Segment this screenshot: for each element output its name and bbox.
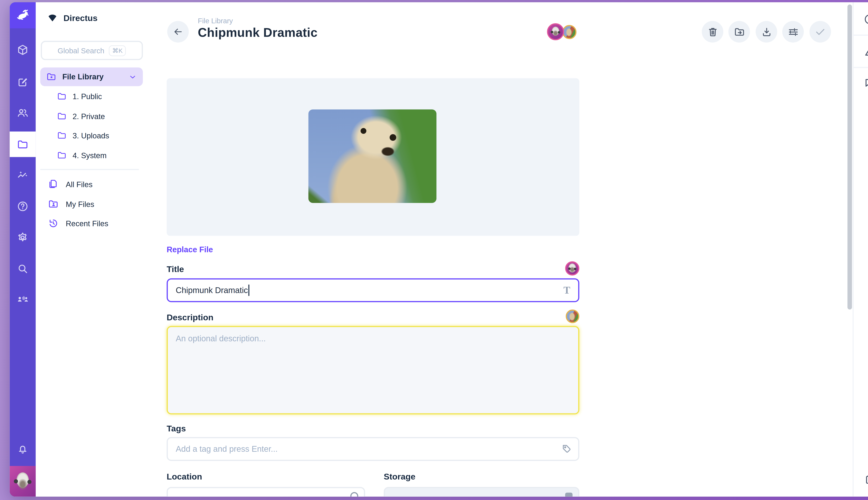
arrow-left-icon	[172, 26, 184, 37]
module-people-voice[interactable]	[10, 287, 36, 312]
text-caret	[249, 285, 249, 296]
project-name: Directus	[64, 13, 98, 23]
search-icon	[16, 262, 29, 275]
module-insights[interactable]	[10, 163, 36, 188]
module-file-library[interactable]	[10, 132, 36, 157]
description-field-label: Description	[167, 312, 213, 322]
edit-icon	[16, 76, 29, 89]
storage-field-label: Storage	[384, 472, 415, 481]
box-icon	[16, 44, 29, 56]
folder-star-icon	[46, 71, 57, 82]
module-bar	[10, 2, 36, 497]
navigation-panel: Directus Global Search ⌘K File Library 1…	[36, 2, 148, 497]
desktop-background: Directus Global Search ⌘K File Library 1…	[0, 0, 868, 500]
file-preview-panel[interactable]	[167, 78, 579, 236]
info-icon[interactable]	[863, 13, 868, 25]
presence-avatar-man[interactable]	[547, 23, 564, 40]
download-icon	[761, 26, 772, 38]
nav-link-label: Recent Files	[66, 219, 108, 228]
delete-button[interactable]	[702, 21, 723, 43]
edit-options-button[interactable]	[782, 21, 804, 43]
global-search-input[interactable]: Global Search ⌘K	[41, 41, 143, 60]
help-icon	[16, 200, 29, 213]
nav-folder-label: 4. System	[72, 151, 106, 160]
check-icon	[814, 25, 826, 38]
folder-icon	[57, 130, 67, 141]
nav-folder-uploads[interactable]: 3. Uploads	[57, 128, 109, 144]
directus-logo-tile[interactable]	[10, 2, 36, 28]
folder-move-icon	[733, 26, 745, 38]
chevron-down-icon[interactable]	[128, 72, 137, 81]
module-users[interactable]	[10, 100, 36, 125]
my-location-icon	[350, 492, 358, 497]
search-shortcut-badge: ⌘K	[109, 45, 126, 56]
replace-file-link[interactable]: Replace File	[167, 245, 213, 254]
nav-item-recent-files[interactable]: Recent Files	[48, 215, 108, 231]
sidebar-divider	[854, 35, 868, 36]
notifications-bell-button[interactable]	[10, 437, 36, 462]
project-header[interactable]: Directus	[47, 12, 98, 23]
tag-icon	[561, 443, 572, 455]
move-to-folder-button[interactable]	[728, 21, 750, 43]
insights-icon	[16, 169, 29, 181]
nav-folder-private[interactable]: 2. Private	[57, 108, 105, 124]
title-input-value: Chipmunk Dramatic	[176, 286, 248, 295]
save-button[interactable]	[810, 21, 831, 43]
download-button[interactable]	[756, 21, 777, 43]
bell-icon	[16, 443, 29, 456]
module-help[interactable]	[10, 194, 36, 219]
page-title: Chipmunk Dramatic	[198, 25, 318, 40]
nav-link-label: My Files	[66, 200, 94, 208]
nav-folder-label: 2. Private	[72, 112, 105, 121]
history-icon	[48, 218, 59, 229]
nav-item-my-files[interactable]: My Files	[48, 196, 94, 212]
nav-divider	[40, 169, 139, 170]
nav-folder-system[interactable]: 4. System	[57, 147, 106, 163]
vertical-scrollbar[interactable]	[847, 4, 852, 309]
module-search[interactable]	[10, 256, 36, 281]
global-search-placeholder: Global Search	[58, 46, 104, 55]
folder-icon	[16, 138, 29, 150]
tags-input[interactable]	[167, 437, 579, 461]
nav-link-label: All Files	[66, 180, 92, 189]
module-settings[interactable]	[10, 225, 36, 250]
people-voice-icon	[16, 293, 29, 306]
presence-avatar-chipmunk[interactable]	[562, 25, 576, 39]
nav-item-file-library[interactable]: File Library	[40, 68, 143, 86]
nav-item-all-files[interactable]: All Files	[48, 177, 92, 192]
copy-icon	[48, 179, 59, 190]
folder-icon	[57, 150, 67, 160]
folder-icon	[57, 91, 67, 102]
main-content: File Library Chipmunk Dramatic Replace F…	[148, 2, 853, 497]
location-field-label: Location	[167, 472, 202, 481]
chipmunk-image[interactable]	[308, 109, 436, 203]
field-presence-avatar-man	[565, 261, 580, 275]
module-editor[interactable]	[10, 70, 36, 95]
breadcrumb[interactable]: File Library	[198, 17, 233, 25]
title-input[interactable]: Chipmunk Dramatic T	[167, 278, 579, 302]
nav-item-label: File Library	[62, 72, 122, 81]
field-presence-avatar-chipmunk	[566, 309, 579, 323]
title-format-icon: T	[563, 284, 570, 296]
title-field-label: Title	[167, 264, 184, 274]
nav-folder-label: 3. Uploads	[72, 131, 109, 140]
folder-icon	[57, 111, 67, 121]
notifications-icon[interactable]	[863, 45, 868, 58]
description-textarea[interactable]	[167, 326, 579, 414]
project-fan-logo-icon	[47, 12, 58, 23]
directus-app-window: Directus Global Search ⌘K File Library 1…	[10, 2, 868, 497]
tags-field-label: Tags	[167, 423, 186, 433]
activity-clipboard-icon[interactable]	[863, 474, 868, 486]
back-button[interactable]	[167, 21, 189, 43]
location-input[interactable]	[167, 487, 365, 497]
nav-folder-public[interactable]: 1. Public	[57, 88, 102, 104]
module-content[interactable]	[10, 37, 36, 62]
rabbit-logo-icon	[15, 8, 30, 23]
tune-icon	[787, 26, 799, 38]
sidebar-divider	[854, 67, 868, 68]
users-icon	[16, 106, 29, 119]
comments-icon[interactable]	[863, 77, 868, 89]
trash-icon	[707, 26, 719, 38]
right-sidebar: 1	[853, 2, 868, 497]
current-user-avatar[interactable]	[10, 466, 36, 497]
